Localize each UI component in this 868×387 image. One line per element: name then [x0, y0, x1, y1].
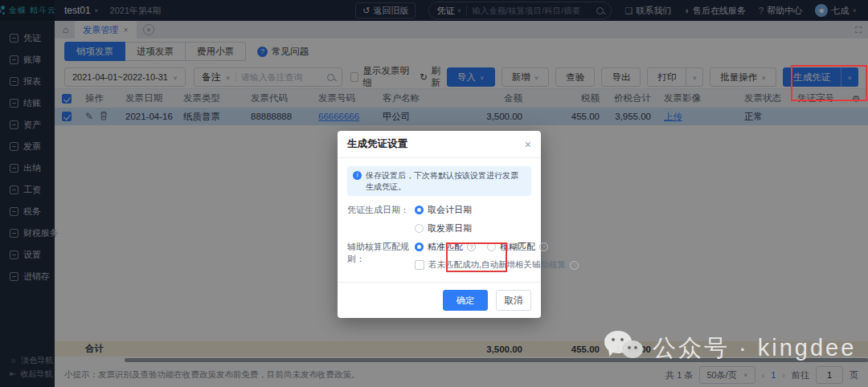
auto-add-checkbox[interactable]: 若未匹配成功,自动新增相关辅助核算 ?: [415, 259, 579, 271]
info-icon: i: [353, 171, 362, 180]
radio-on-icon: [415, 242, 424, 251]
radio-accounting-date[interactable]: 取会计日期: [415, 204, 531, 216]
help-tooltip-icon[interactable]: ?: [570, 261, 579, 270]
radio-on-icon: [415, 206, 424, 214]
cancel-button[interactable]: 取消: [496, 290, 531, 311]
radio-fuzzy-match[interactable]: 模糊匹配 ?: [487, 241, 548, 253]
radio-invoice-date[interactable]: 取发票日期: [415, 222, 531, 234]
ok-button[interactable]: 确定: [443, 290, 488, 311]
match-rule-label: 辅助核算匹配规则：: [347, 241, 415, 271]
help-tooltip-icon[interactable]: ?: [467, 242, 476, 251]
radio-off-icon: [487, 242, 496, 251]
radio-off-icon: [415, 224, 424, 233]
close-icon[interactable]: ×: [525, 138, 531, 151]
help-tooltip-icon[interactable]: ?: [539, 242, 548, 251]
voucher-date-label: 凭证生成日期：: [347, 204, 415, 234]
radio-exact-match[interactable]: 精准匹配 ?: [415, 241, 476, 253]
generate-voucher-settings-dialog: 生成凭证设置 × i 保存设置后，下次将默认按该设置进行发票生成凭证。 凭证生成…: [338, 131, 541, 318]
dialog-title: 生成凭证设置: [347, 137, 407, 151]
app-window: 金蝶 精斗云 test01 ∨ 2021年第4期 ↺ 返回旧版 凭证 ∨: [0, 0, 868, 387]
info-banner: i 保存设置后，下次将默认按该设置进行发票生成凭证。: [347, 166, 531, 196]
checkbox-icon: [415, 260, 424, 270]
